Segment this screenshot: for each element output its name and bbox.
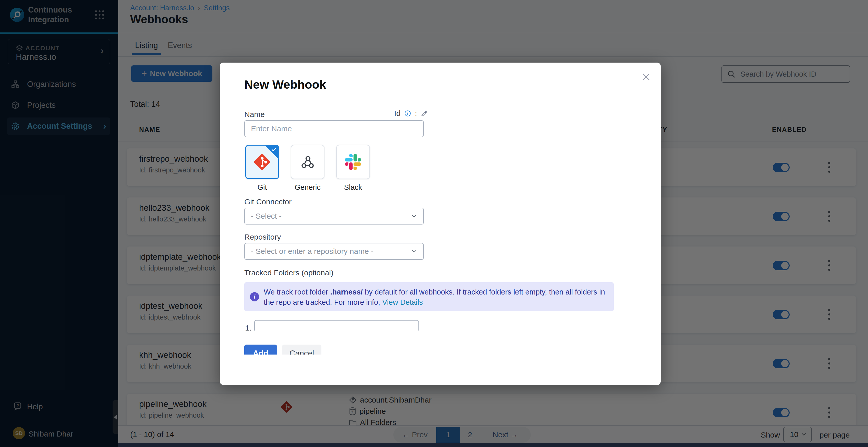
edit-pencil-icon[interactable]	[421, 110, 428, 117]
tile-label-git: Git	[245, 183, 279, 191]
git-connector-value: - Select -	[251, 212, 282, 220]
tracked-folders-label: Tracked Folders (optional)	[244, 268, 333, 277]
id-label: Id	[394, 109, 401, 118]
info-icon: i	[250, 292, 259, 301]
cancel-button[interactable]: Cancel	[282, 345, 321, 355]
webhook-name-input[interactable]	[244, 120, 424, 137]
repository-select[interactable]: - Select or enter a repository name -	[244, 243, 424, 260]
info-text-1: We track root folder	[264, 288, 330, 296]
git-connector-label: Git Connector	[244, 198, 291, 206]
id-row: Id :	[394, 109, 428, 118]
tracked-folder-input[interactable]	[254, 320, 419, 330]
name-label: Name	[244, 110, 265, 119]
modal-form: Name Id :	[220, 63, 661, 330]
id-colon: :	[415, 109, 417, 118]
generic-webhook-icon	[300, 154, 315, 170]
type-tile-slack[interactable]	[336, 145, 370, 179]
chevron-down-icon	[410, 212, 418, 220]
repository-label: Repository	[244, 233, 281, 241]
chevron-down-icon	[410, 248, 418, 255]
info-text-bold: .harness/	[330, 288, 363, 296]
type-tile-generic[interactable]	[291, 145, 324, 179]
slack-logo-icon	[345, 154, 361, 170]
tile-label-generic: Generic	[291, 183, 324, 191]
new-webhook-modal: New Webhook Name Id :	[220, 63, 661, 385]
app-root: Continuous Integration ACCOUNT Harness.i…	[0, 0, 868, 447]
git-connector-select[interactable]: - Select -	[244, 208, 424, 225]
check-icon	[271, 146, 277, 153]
modal-actions: Add Cancel	[244, 345, 351, 355]
tile-label-slack: Slack	[336, 183, 370, 191]
repository-value: - Select or enter a repository name -	[251, 247, 373, 256]
add-button[interactable]: Add	[244, 345, 277, 355]
view-details-link[interactable]: View Details	[382, 298, 423, 306]
folder-row-index: 1.	[245, 324, 251, 330]
type-tile-git[interactable]	[245, 145, 279, 179]
tracked-folders-info-banner: i We track root folder .harness/ by defa…	[244, 282, 614, 311]
info-icon[interactable]	[404, 110, 411, 117]
info-text: We track root folder .harness/ by defaul…	[264, 287, 608, 307]
